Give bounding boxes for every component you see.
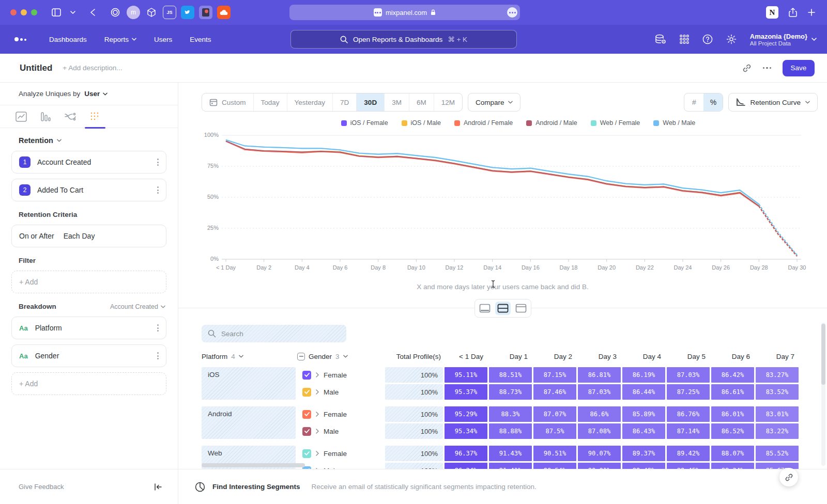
- tab-insights[interactable]: [16, 105, 27, 128]
- range-button-12m[interactable]: 12M: [434, 93, 462, 111]
- data-management-icon[interactable]: [655, 34, 666, 44]
- add-breakdown-button[interactable]: + Add: [11, 372, 166, 395]
- retention-cell-day-3[interactable]: 90.07%: [578, 446, 621, 461]
- retention-cell-day-6[interactable]: 88.07%: [711, 446, 754, 461]
- day-column-header-day-6[interactable]: Day 6: [713, 353, 757, 360]
- tab-flows[interactable]: [64, 105, 76, 128]
- total-profiles-cell[interactable]: 100%: [385, 446, 443, 461]
- unit-percent-button[interactable]: %: [703, 93, 723, 111]
- retention-cell-day-6[interactable]: 86.01%: [711, 406, 754, 422]
- new-tab-icon[interactable]: [807, 8, 816, 17]
- range-button-custom[interactable]: Custom: [202, 93, 253, 111]
- save-button[interactable]: Save: [783, 60, 815, 76]
- retention-cell-day-2[interactable]: 90.51%: [533, 446, 576, 461]
- back-icon[interactable]: [86, 6, 99, 19]
- minimize-window-icon[interactable]: [21, 9, 27, 15]
- retention-cell-day-5[interactable]: 86.76%: [667, 406, 710, 422]
- find-segments-title[interactable]: Find Interesting Segments: [212, 483, 300, 491]
- retention-cell-day-3[interactable]: 86.6%: [578, 406, 621, 422]
- global-search[interactable]: Open Reports & Dashboards ⌘ + K: [290, 30, 517, 49]
- range-button-7d[interactable]: 7D: [332, 93, 356, 111]
- mixpanel-extension-icon[interactable]: [199, 6, 212, 19]
- retention-cell-day-7[interactable]: 85.52%: [756, 446, 799, 461]
- breakdown-item-platform[interactable]: AaPlatform: [11, 317, 166, 339]
- legend-item-ios-male[interactable]: iOS / Male: [402, 119, 441, 127]
- add-filter-button[interactable]: + Add: [11, 271, 166, 293]
- legend-item-web-female[interactable]: Web / Female: [591, 119, 640, 127]
- breakdown-scope-selector[interactable]: Account Created: [110, 303, 165, 310]
- soundcloud-icon[interactable]: [217, 6, 231, 19]
- total-column-header[interactable]: Total Profile(s): [387, 353, 446, 360]
- more-options-icon[interactable]: [157, 352, 159, 359]
- layout-split-button[interactable]: [495, 302, 511, 315]
- onepassword-icon[interactable]: [109, 6, 122, 19]
- zoom-window-icon[interactable]: [31, 9, 37, 15]
- more-options-icon[interactable]: [157, 159, 159, 166]
- gender-cell[interactable]: Male: [297, 423, 384, 439]
- range-button-yesterday[interactable]: Yesterday: [287, 93, 333, 111]
- expand-chevron-icon[interactable]: [316, 389, 319, 395]
- retention-cell-day-7[interactable]: 83.22%: [756, 423, 799, 439]
- checkbox-ios-female[interactable]: [302, 371, 311, 380]
- gender-cell[interactable]: Male: [297, 384, 384, 400]
- retention-cell-day-6[interactable]: 86.52%: [711, 423, 754, 439]
- legend-item-web-male[interactable]: Web / Male: [653, 119, 695, 127]
- retention-step-account-created[interactable]: 1Account Created: [11, 151, 166, 174]
- expand-chevron-icon[interactable]: [316, 372, 319, 377]
- retention-cell-day-1[interactable]: 88.3%: [489, 406, 532, 422]
- sidebar-toggle-icon[interactable]: [50, 6, 63, 19]
- day-column-header-day-4[interactable]: Day 4: [624, 353, 668, 360]
- range-button-3m[interactable]: 3M: [384, 93, 409, 111]
- retention-cell-day-4[interactable]: 86.44%: [622, 384, 665, 400]
- checkbox-android-male[interactable]: [302, 427, 311, 436]
- day-column-header-1-day[interactable]: < 1 Day: [446, 353, 491, 360]
- expand-chevron-icon[interactable]: [316, 468, 319, 469]
- nav-item-events[interactable]: Events: [190, 36, 211, 43]
- platform-cell[interactable]: Android: [202, 406, 296, 439]
- total-profiles-cell[interactable]: 100%: [385, 367, 443, 383]
- retention-cell-day-5[interactable]: 87.25%: [667, 384, 710, 400]
- range-button-30d[interactable]: 30D: [356, 93, 384, 111]
- day-column-header-day-1[interactable]: Day 1: [491, 353, 535, 360]
- retention-cell-1-day[interactable]: 95.29%: [445, 406, 487, 422]
- give-feedback-link[interactable]: Give Feedback: [19, 483, 64, 491]
- day-column-header-day-2[interactable]: Day 2: [535, 353, 579, 360]
- retention-cell-day-4[interactable]: 86.43%: [622, 423, 665, 439]
- avatar-m-icon[interactable]: m: [127, 6, 140, 19]
- vertical-scrollbar[interactable]: [821, 323, 825, 466]
- more-options-icon[interactable]: [157, 186, 159, 194]
- retention-section-heading[interactable]: Retention: [11, 136, 166, 145]
- total-profiles-cell[interactable]: 100%: [385, 423, 443, 439]
- unit-number-button[interactable]: #: [684, 93, 703, 111]
- cube-icon[interactable]: [145, 6, 158, 19]
- table-search-input[interactable]: Search: [202, 325, 346, 342]
- retention-cell-day-2[interactable]: 87.07%: [533, 406, 576, 422]
- retention-cell-day-7[interactable]: 83.01%: [756, 406, 799, 422]
- day-column-header-day-7[interactable]: Day 7: [757, 353, 802, 360]
- horizontal-scrollbar[interactable]: [202, 463, 791, 467]
- total-profiles-cell[interactable]: 100%: [385, 384, 443, 400]
- share-link-fab[interactable]: [779, 468, 798, 486]
- collapse-sidebar-icon[interactable]: [154, 483, 162, 491]
- retention-cell-day-7[interactable]: 83.27%: [756, 367, 799, 383]
- checkbox-android-female[interactable]: [302, 410, 311, 419]
- expand-chevron-icon[interactable]: [316, 451, 319, 456]
- more-options-icon[interactable]: [157, 324, 159, 332]
- nav-item-dashboards[interactable]: Dashboards: [49, 36, 87, 43]
- url-bar[interactable]: mixpanel.com: [289, 5, 520, 20]
- notion-icon[interactable]: N: [766, 6, 778, 19]
- retention-cell-day-4[interactable]: 89.37%: [622, 446, 665, 461]
- retention-cell-day-4[interactable]: 86.19%: [622, 367, 665, 383]
- gender-cell[interactable]: Female: [297, 406, 384, 422]
- retention-cell-day-5[interactable]: 87.14%: [667, 423, 710, 439]
- breakdown-item-gender[interactable]: AaGender: [11, 344, 166, 367]
- checkbox-ios-male[interactable]: [302, 388, 311, 397]
- analyze-entity-selector[interactable]: User: [84, 90, 108, 98]
- retention-cell-day-4[interactable]: 85.89%: [622, 406, 665, 422]
- legend-item-ios-female[interactable]: iOS / Female: [341, 119, 388, 127]
- range-button-today[interactable]: Today: [253, 93, 287, 111]
- day-column-header-day-3[interactable]: Day 3: [579, 353, 624, 360]
- retention-cell-day-1[interactable]: 88.88%: [489, 423, 532, 439]
- retention-cell-day-7[interactable]: 83.52%: [756, 384, 799, 400]
- retention-cell-day-1[interactable]: 88.51%: [489, 367, 532, 383]
